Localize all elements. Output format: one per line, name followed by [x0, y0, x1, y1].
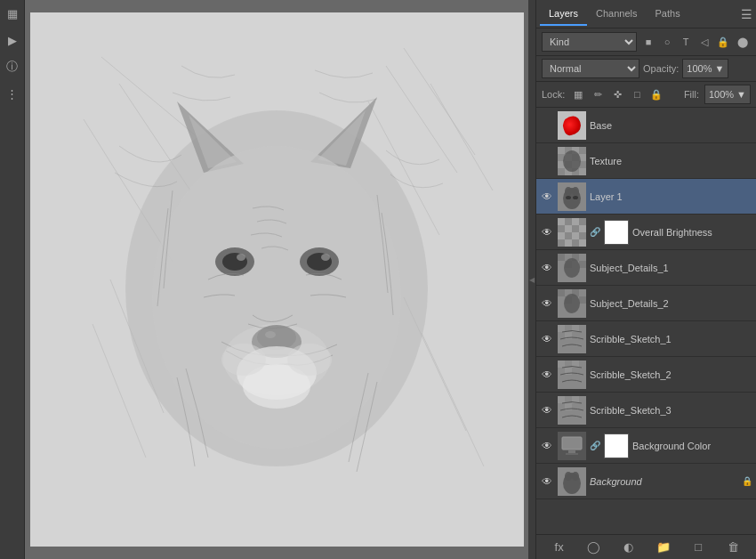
layer-item[interactable]: 👁 🔗 Background Color	[536, 428, 756, 464]
lock-icons: ▦ ✏ ✜ □ 🔒	[570, 86, 664, 102]
svg-rect-67	[579, 296, 586, 304]
panel-tabs: Layers Channels Paths ☰	[536, 0, 756, 28]
layer-thumb-ss3	[558, 396, 586, 425]
layer-name-ss2: Scribble_Sketch_2	[590, 369, 752, 380]
arrange-icon[interactable]: ⋮	[3, 84, 22, 103]
filter-type-icon[interactable]: T	[678, 34, 694, 50]
svg-rect-64	[558, 289, 565, 296]
layer-name-base: Base	[590, 120, 752, 131]
filter-adjust-icon[interactable]: ○	[659, 34, 675, 50]
layer-item[interactable]: 👁 🔗 Overal	[536, 215, 756, 250]
layer-thumb-overall	[558, 218, 586, 247]
fill-value[interactable]: 100% ▼	[704, 85, 751, 104]
svg-rect-53	[558, 232, 565, 239]
layer-item[interactable]: 👁 Scribble_Sketch_2	[536, 357, 756, 393]
info-icon[interactable]: ⓘ	[3, 57, 22, 77]
opacity-value[interactable]: 100% ▼	[682, 59, 728, 78]
svg-rect-51	[565, 225, 572, 232]
tab-channels[interactable]: Channels	[587, 3, 646, 26]
lock-artboard-icon[interactable]: □	[629, 86, 645, 102]
layer-visibility-sd2[interactable]: 👁	[540, 296, 554, 311]
layer-item[interactable]: 👁 Background 🔒	[536, 464, 756, 499]
layer-name-ss1: Scribble_Sketch_1	[590, 334, 752, 344]
filter-select[interactable]: Kind	[542, 32, 637, 52]
layer-item[interactable]: 👁 Scribble_Sketch_1	[536, 321, 756, 357]
layer-thumb-layer1	[558, 182, 586, 211]
layer-name-bg: Background	[590, 476, 738, 487]
layer-visibility-ss3[interactable]: 👁	[540, 403, 554, 417]
svg-rect-49	[558, 218, 565, 225]
panel-menu-icon[interactable]: ☰	[741, 7, 752, 21]
layer-visibility-sd1[interactable]: 👁	[540, 261, 554, 275]
layer-item[interactable]: 👁 Layer 1	[536, 179, 756, 215]
layer-name-texture: Texture	[590, 156, 752, 166]
layer-visibility-bgc[interactable]: 👁	[540, 439, 554, 453]
filter-vector-icon[interactable]: ◁	[696, 34, 712, 50]
svg-point-46	[566, 196, 571, 199]
layer-thumb-bg	[558, 467, 586, 496]
layer-name-ss3: Scribble_Sketch_3	[590, 405, 752, 416]
left-toolbar: ▦ ▶ ⓘ ⋮	[0, 0, 25, 559]
svg-point-22	[237, 254, 245, 261]
filter-pixel-icon[interactable]: ■	[640, 34, 656, 50]
layer-chain-overall: 🔗	[590, 227, 600, 238]
layer-thumb-base	[558, 111, 586, 140]
layer-mask-bgc	[604, 433, 629, 458]
opacity-label: Opacity:	[643, 63, 679, 74]
filter-toggle[interactable]: ⬤	[735, 34, 751, 50]
svg-rect-55	[565, 239, 572, 247]
svg-rect-78	[558, 396, 565, 403]
layer-item[interactable]: 👁 Subject_Details_2	[536, 286, 756, 321]
svg-point-68	[564, 294, 580, 313]
layer-item[interactable]: 👁 Scribble_Sketch_3	[536, 393, 756, 428]
tab-paths[interactable]: Paths	[647, 3, 689, 26]
layer-item[interactable]: Texture	[536, 143, 756, 179]
panel-bottom: fx ◯ ◐ 📁 □ 🗑	[536, 534, 756, 559]
layer-chain-bgc: 🔗	[590, 441, 600, 451]
layer-visibility-bg[interactable]: 👁	[540, 474, 554, 489]
svg-rect-61	[579, 261, 586, 268]
filter-smart-icon[interactable]: 🔒	[715, 34, 731, 50]
delete-layer-icon[interactable]: 🗑	[723, 538, 743, 557]
svg-rect-74	[558, 361, 565, 368]
svg-point-62	[564, 258, 580, 278]
svg-point-23	[321, 254, 330, 261]
svg-rect-40	[579, 168, 586, 175]
layer-visibility-base[interactable]	[540, 118, 554, 133]
add-adjustment-icon[interactable]: ◐	[619, 538, 639, 557]
svg-point-45	[572, 187, 579, 196]
tools-icon[interactable]: ▦	[3, 4, 22, 23]
blend-mode-select[interactable]: Normal	[542, 59, 639, 78]
svg-point-47	[573, 196, 578, 199]
svg-point-30	[221, 344, 266, 376]
new-layer-icon[interactable]: □	[688, 538, 708, 557]
layer-visibility-ss1[interactable]: 👁	[540, 332, 554, 346]
play-icon[interactable]: ▶	[3, 30, 22, 50]
layer-visibility-ss2[interactable]: 👁	[540, 368, 554, 382]
svg-rect-54	[572, 232, 579, 239]
lock-paint-icon[interactable]: ✏	[590, 86, 606, 102]
filter-icons: ■ ○ T ◁ 🔒	[640, 34, 731, 50]
layer-item[interactable]: Base	[536, 108, 756, 143]
layer-visibility-overall[interactable]: 👁	[540, 225, 554, 239]
layer-thumb-ss2	[558, 361, 586, 389]
tab-layers[interactable]: Layers	[540, 3, 587, 26]
lock-all-icon[interactable]: 🔒	[648, 86, 664, 102]
layer-lock-bg: 🔒	[742, 476, 752, 487]
layer-thumb-sd2	[558, 289, 586, 318]
layer-mask-overall	[604, 220, 629, 245]
new-group-icon[interactable]: 📁	[654, 538, 673, 557]
lock-transparent-icon[interactable]: ▦	[570, 86, 586, 102]
panel-collapse[interactable]: ◀	[528, 0, 535, 559]
lock-position-icon[interactable]: ✜	[609, 86, 625, 102]
layer-visibility-texture[interactable]	[540, 154, 554, 168]
layer-item[interactable]: 👁 Subject_Details_1	[536, 250, 756, 286]
lock-row: Lock: ▦ ✏ ✜ □ 🔒 Fill: 100% ▼	[536, 82, 756, 108]
svg-point-41	[563, 150, 581, 172]
add-style-icon[interactable]: fx	[550, 538, 569, 557]
layer-visibility-layer1[interactable]: 👁	[540, 190, 554, 204]
svg-point-88	[572, 472, 579, 481]
svg-rect-50	[572, 218, 579, 225]
layer-thumb-sd1	[558, 254, 586, 282]
add-mask-icon[interactable]: ◯	[584, 538, 604, 557]
